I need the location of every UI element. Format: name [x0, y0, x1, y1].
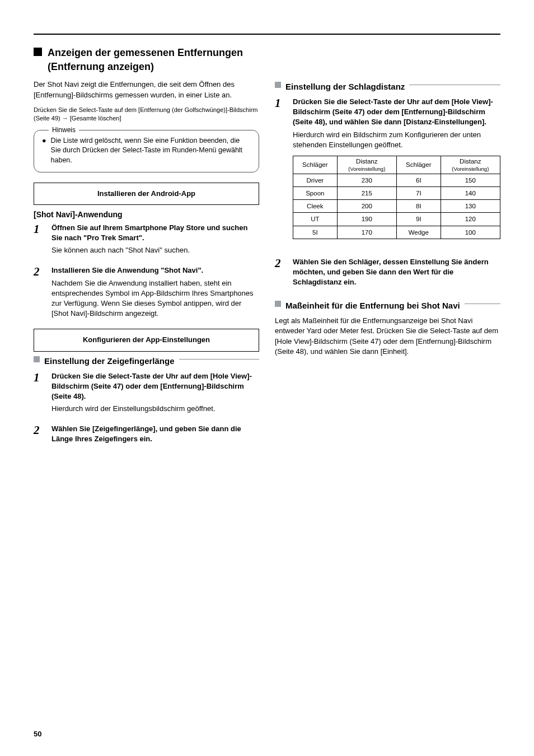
gray-square-icon	[275, 82, 281, 88]
page-top-rule	[34, 34, 500, 35]
step-text: Hierdurch wird der Einstellungsbildschir…	[51, 404, 259, 414]
table-row: Driver 230 6I 150	[293, 174, 500, 187]
table-cell: 230	[337, 174, 396, 187]
preset-distance-table: Schläger Distanz(Voreinstellung) Schläge…	[293, 156, 500, 239]
table-cell: 8I	[396, 200, 441, 213]
table-cell: 9I	[396, 213, 441, 226]
table-row: Cleek 200 8I 130	[293, 200, 500, 213]
step-number: 2	[275, 257, 286, 290]
sub-heading-row: Maßeinheit für die Entfernung bei Shot N…	[275, 300, 500, 311]
table-header: Schläger	[396, 156, 441, 174]
gray-square-icon	[34, 356, 40, 362]
box-heading-install: Installieren der Android-App	[34, 183, 259, 205]
table-cell: 120	[441, 213, 500, 226]
table-cell: Wedge	[396, 226, 441, 239]
step-number: 1	[275, 97, 286, 247]
table-cell: Spoon	[293, 187, 338, 200]
step-block: 2 Wählen Sie [Zeigefingerlänge], und geb…	[34, 424, 259, 446]
table-cell: 190	[337, 213, 396, 226]
sub-heading-rule	[179, 359, 259, 360]
table-cell: 170	[337, 226, 396, 239]
sub-heading-row: Einstellung der Zeigefingerlänge	[34, 355, 259, 367]
cross-reference: Drücken Sie die Select-Taste auf dem [En…	[34, 106, 259, 123]
table-cell: 200	[337, 200, 396, 213]
table-cell: 7I	[396, 187, 441, 200]
table-header: Schläger	[293, 156, 338, 174]
black-square-icon	[34, 48, 42, 56]
page-number: 50	[34, 729, 41, 739]
box-heading-configure: Konfigurieren der App-Einstellungen	[34, 329, 259, 351]
step-text: Hierdurch wird ein Bildschirm zum Konfig…	[293, 130, 500, 150]
table-cell: 215	[337, 187, 396, 200]
step-block: 2 Wählen Sie den Schläger, dessen Einste…	[275, 257, 500, 290]
table-cell: UT	[293, 213, 338, 226]
sub-heading-title: Einstellung der Schlagdistanz	[285, 81, 405, 92]
sub-heading-rule	[409, 85, 500, 85]
gray-square-icon	[275, 301, 281, 307]
step-block: 1 Drücken Sie die Select-Taste der Uhr a…	[275, 97, 500, 247]
table-cell: 150	[441, 174, 500, 187]
step-title: Installieren Sie die Anwendung "Shot Nav…	[51, 265, 259, 276]
table-cell: 6I	[396, 174, 441, 187]
table-header-row: Schläger Distanz(Voreinstellung) Schläge…	[293, 156, 500, 174]
step-title: Wählen Sie [Zeigefingerlänge], und geben…	[51, 424, 259, 444]
step-title: Öffnen Sie auf Ihrem Smartphone Play Sto…	[51, 223, 259, 243]
step-text: Sie können auch nach "Shot Navi" suchen.	[51, 245, 259, 255]
step-title: Wählen Sie den Schläger, dessen Einstell…	[293, 257, 500, 288]
step-number: 1	[34, 223, 45, 256]
subsection-title: [Shot Navi]-Anwendung	[34, 209, 259, 221]
sub-heading-row: Einstellung der Schlagdistanz	[275, 81, 500, 92]
step-number: 1	[34, 371, 45, 414]
table-row: 5I 170 Wedge 100	[293, 226, 500, 239]
section-heading: Anzeigen der gemessenen Entfernungen (En…	[34, 46, 259, 74]
paragraph: Legt als Maßeinheit für die Entfernungsa…	[275, 316, 500, 357]
table-cell: 5I	[293, 226, 338, 239]
step-block: 1 Drücken Sie die Select-Taste der Uhr a…	[34, 371, 259, 414]
right-column: Einstellung der Schlagdistanz 1 Drücken …	[275, 46, 500, 457]
left-column: Anzeigen der gemessenen Entfernungen (En…	[34, 46, 259, 457]
table-cell: 100	[441, 226, 500, 239]
table-cell: Driver	[293, 174, 338, 187]
section-title: Anzeigen der gemessenen Entfernungen (En…	[48, 46, 259, 74]
sub-heading-title: Maßeinheit für die Entfernung bei Shot N…	[285, 300, 460, 311]
table-header: Distanz(Voreinstellung)	[441, 156, 500, 174]
sub-heading-rule	[465, 304, 500, 304]
step-title: Drücken Sie die Select-Taste der Uhr auf…	[293, 97, 500, 128]
step-number: 2	[34, 265, 45, 319]
step-number: 2	[34, 424, 45, 446]
step-block: 2 Installieren Sie die Anwendung "Shot N…	[34, 265, 259, 319]
table-cell: 130	[441, 200, 500, 213]
note-title-label: Hinweis	[49, 125, 79, 135]
note-text: Die Liste wird gelöscht, wenn Sie eine F…	[51, 136, 251, 166]
sub-heading-title: Einstellung der Zeigefingerlänge	[44, 355, 175, 367]
table-cell: 140	[441, 187, 500, 200]
table-header: Distanz(Voreinstellung)	[337, 156, 396, 174]
table-cell: Cleek	[293, 200, 338, 213]
step-block: 1 Öffnen Sie auf Ihrem Smartphone Play S…	[34, 223, 259, 256]
note-box: Hinweis ● Die Liste wird gelöscht, wenn …	[34, 130, 259, 173]
step-title: Drücken Sie die Select-Taste der Uhr auf…	[51, 371, 259, 402]
bullet-icon: ●	[42, 136, 46, 166]
table-row: UT 190 9I 120	[293, 213, 500, 226]
table-row: Spoon 215 7I 140	[293, 187, 500, 200]
section-lead: Der Shot Navi zeigt die Entfernungen, di…	[34, 80, 259, 100]
step-text: Nachdem Sie die Anwendung installiert ha…	[51, 278, 259, 319]
content-columns: Anzeigen der gemessenen Entfernungen (En…	[34, 46, 500, 457]
